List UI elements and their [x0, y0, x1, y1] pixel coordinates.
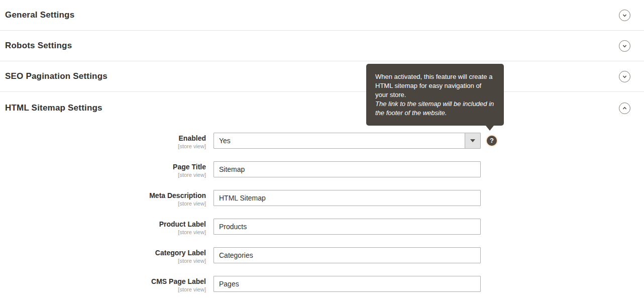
seo-settings-page: General Settings Robots Settings SEO Pag… [0, 0, 644, 301]
form-row-meta-description: Meta Description [store view] [0, 190, 644, 207]
chevron-down-icon[interactable] [619, 71, 630, 82]
tooltip-text: When activated, this feature will create… [375, 72, 495, 99]
field-label: Enabled [0, 134, 206, 143]
html-sitemap-settings-form: Enabled [store view] Yes ? Page Title [s… [0, 124, 644, 293]
field-label: Page Title [0, 163, 206, 171]
form-row-enabled: Enabled [store view] Yes ? [0, 133, 644, 150]
tooltip-arrow-icon [486, 126, 494, 131]
help-icon[interactable]: ? [487, 136, 497, 146]
category-label-input[interactable] [213, 247, 481, 263]
form-row-category-label: Category Label [store view] [0, 247, 644, 264]
control-cell [213, 276, 481, 292]
field-label: Product Label [0, 220, 206, 229]
control-cell [213, 190, 481, 206]
field-scope: [store view] [0, 143, 206, 150]
section-title: HTML Sitemap Settings [5, 103, 102, 113]
label-cell: Enabled [store view] [0, 133, 206, 150]
enabled-select[interactable]: Yes [213, 133, 481, 149]
label-cell: Product Label [store view] [0, 219, 206, 236]
product-label-input[interactable] [213, 219, 481, 235]
label-cell: Category Label [store view] [0, 247, 206, 264]
chevron-down-icon[interactable] [619, 40, 630, 52]
enabled-select-value: Yes [214, 137, 231, 145]
section-robots-settings[interactable]: Robots Settings [0, 31, 644, 61]
form-row-cms-page-label: CMS Page Label [store view] [0, 276, 644, 293]
meta-description-input[interactable] [213, 190, 481, 206]
section-title: SEO Pagination Settings [5, 71, 108, 81]
select-caret-icon[interactable] [465, 133, 480, 148]
chevron-up-icon[interactable] [619, 103, 630, 114]
field-scope: [store view] [0, 286, 206, 293]
section-html-sitemap-settings[interactable]: HTML Sitemap Settings [0, 92, 644, 124]
field-scope: [store view] [0, 229, 206, 236]
control-cell [213, 247, 481, 263]
cms-page-label-input[interactable] [213, 276, 481, 292]
field-scope: [store view] [0, 200, 206, 207]
field-label: Meta Description [0, 191, 206, 200]
field-scope: [store view] [0, 171, 206, 178]
control-cell: Yes ? [213, 133, 497, 149]
tooltip: When activated, this feature will create… [366, 64, 504, 126]
form-row-product-label: Product Label [store view] [0, 219, 644, 236]
section-title: General Settings [5, 10, 74, 20]
label-cell: CMS Page Label [store view] [0, 276, 206, 293]
control-cell [213, 219, 481, 235]
section-title: Robots Settings [5, 41, 72, 51]
section-general-settings[interactable]: General Settings [0, 0, 644, 31]
chevron-down-icon[interactable] [619, 10, 630, 21]
field-label: Category Label [0, 249, 206, 257]
form-row-page-title: Page Title [store view] [0, 161, 644, 178]
label-cell: Meta Description [store view] [0, 190, 206, 207]
field-scope: [store view] [0, 257, 206, 264]
label-cell: Page Title [store view] [0, 161, 206, 178]
control-cell [213, 161, 481, 177]
field-label: CMS Page Label [0, 277, 206, 286]
page-title-input[interactable] [213, 161, 481, 177]
section-seo-pagination-settings[interactable]: SEO Pagination Settings [0, 61, 644, 92]
tooltip-note: The link to the sitemap will be included… [375, 99, 495, 118]
